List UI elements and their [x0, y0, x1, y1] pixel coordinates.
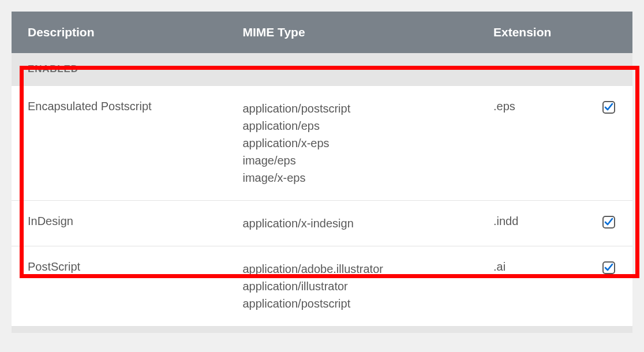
- row-extension: .eps: [477, 86, 585, 201]
- row-mime: application/postscriptapplication/epsapp…: [226, 86, 477, 201]
- table-row: PostScriptapplication/adobe.illustratora…: [12, 246, 632, 327]
- mime-types-table: Description MIME Type Extension ENABLED …: [12, 12, 632, 326]
- row-extension: .indd: [477, 201, 585, 246]
- mime-table-wrap: Description MIME Type Extension ENABLED …: [12, 12, 632, 333]
- check-icon: [603, 262, 615, 274]
- row-description: InDesign: [12, 201, 226, 246]
- mime-value: application/x-indesign: [242, 215, 461, 232]
- section-label: ENABLED: [12, 53, 632, 86]
- mime-value: application/postscript: [242, 100, 461, 117]
- row-mime: application/adobe.illustratorapplication…: [226, 246, 477, 327]
- row-description: PostScript: [12, 246, 226, 327]
- check-icon: [603, 216, 615, 228]
- table-footer-stub: [12, 326, 632, 333]
- header-extension: Extension: [477, 12, 585, 53]
- mime-value: image/x-eps: [242, 169, 461, 186]
- check-icon: [603, 102, 615, 113]
- mime-value: application/eps: [242, 117, 461, 134]
- header-mime: MIME Type: [226, 12, 477, 53]
- mime-value: application/adobe.illustrator: [242, 260, 461, 278]
- row-extension: .ai: [477, 246, 585, 327]
- section-enabled: ENABLED: [12, 53, 632, 86]
- table-row: InDesignapplication/x-indesign.indd: [12, 201, 632, 246]
- header-description: Description: [12, 12, 226, 53]
- row-mime: application/x-indesign: [226, 201, 477, 246]
- row-description: Encapsulated Postscript: [12, 86, 226, 201]
- mime-value: image/eps: [242, 152, 461, 169]
- mime-value: application/x-eps: [242, 134, 461, 152]
- table-header: Description MIME Type Extension: [12, 12, 632, 53]
- enabled-checkbox[interactable]: [602, 101, 615, 114]
- table-row: Encapsulated Postscriptapplication/posts…: [12, 86, 632, 201]
- enabled-checkbox[interactable]: [602, 216, 615, 229]
- mime-value: application/postscript: [242, 295, 461, 312]
- enabled-checkbox[interactable]: [602, 261, 615, 274]
- mime-value: application/illustrator: [242, 278, 461, 295]
